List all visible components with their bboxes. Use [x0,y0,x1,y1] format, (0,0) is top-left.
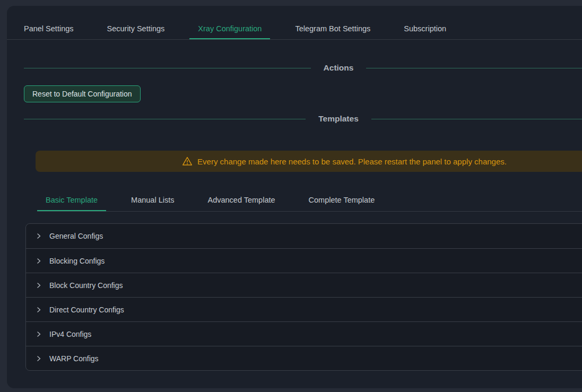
warning-banner-text: Every change made here needs to be saved… [197,157,507,166]
collapse-blocking-configs[interactable]: Blocking Configs [26,248,582,273]
main-tab-bar: Panel Settings Security Settings Xray Co… [7,6,582,40]
collapse-item-label: Blocking Configs [49,257,105,265]
config-collapse-list: General Configs Blocking Configs Block C… [25,223,582,371]
chevron-right-icon [36,331,42,337]
tab-security-settings[interactable]: Security Settings [99,23,173,39]
templates-divider-label: Templates [306,114,371,124]
tab-complete-template[interactable]: Complete Template [300,194,384,211]
collapse-item-label: IPv4 Configs [49,330,91,338]
chevron-right-icon [36,355,42,362]
tab-manual-lists[interactable]: Manual Lists [123,194,183,211]
actions-divider-label: Actions [311,63,367,73]
collapse-warp-configs[interactable]: WARP Configs [26,346,582,370]
settings-card: Panel Settings Security Settings Xray Co… [7,6,582,388]
collapse-general-configs[interactable]: General Configs [26,224,582,248]
collapse-item-label: General Configs [49,232,103,240]
warning-banner: Every change made here needs to be saved… [36,151,582,172]
collapse-block-country-configs[interactable]: Block Country Configs [26,273,582,297]
tab-basic-template[interactable]: Basic Template [37,194,106,211]
collapse-ipv4-configs[interactable]: IPv4 Configs [26,321,582,346]
chevron-right-icon [36,258,42,264]
actions-divider: Actions [24,62,582,74]
chevron-right-icon [36,307,42,313]
collapse-direct-country-configs[interactable]: Direct Country Configs [26,297,582,321]
reset-default-config-button[interactable]: Reset to Default Configuration [24,85,141,102]
tab-subscription[interactable]: Subscription [395,23,455,39]
collapse-item-label: WARP Configs [49,354,99,363]
chevron-right-icon [36,233,42,239]
tab-xray-configuration[interactable]: Xray Configuration [189,23,270,39]
warning-triangle-icon [182,156,193,167]
tab-telegram-bot-settings[interactable]: Telegram Bot Settings [286,23,379,39]
tab-advanced-template[interactable]: Advanced Template [199,194,283,211]
template-tab-bar: Basic Template Manual Lists Advanced Tem… [37,194,582,212]
tab-panel-settings[interactable]: Panel Settings [15,23,82,39]
templates-divider: Templates [24,113,582,125]
chevron-right-icon [36,282,42,289]
collapse-item-label: Block Country Configs [49,281,123,290]
collapse-item-label: Direct Country Configs [49,306,124,314]
